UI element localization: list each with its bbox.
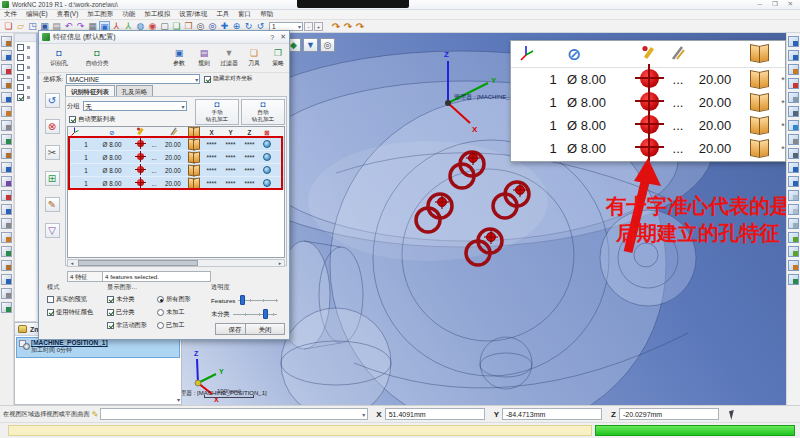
plane-icon[interactable] xyxy=(788,190,799,201)
refresh-features-icon[interactable]: ↺ xyxy=(45,93,60,108)
scroll-thumb[interactable] xyxy=(78,260,198,266)
wireframe-icon[interactable] xyxy=(788,106,799,117)
scroll-right-icon[interactable]: ▸ xyxy=(276,260,284,266)
feature-row[interactable]: 1Ø 8.00 ...20.00 ************ xyxy=(68,164,284,177)
hole-recog-icon[interactable] xyxy=(1,246,12,257)
slider-thumb[interactable] xyxy=(240,295,245,305)
group-select[interactable]: 无 ▾ xyxy=(83,101,187,111)
layer-checkbox[interactable] xyxy=(17,64,24,71)
menu-item[interactable]: 编辑(E) xyxy=(26,10,48,19)
slider-thumb[interactable] xyxy=(263,309,268,319)
workplane-icon[interactable] xyxy=(788,274,799,285)
features-slider[interactable] xyxy=(238,295,278,305)
rules-button[interactable]: ▤ 规则 xyxy=(192,46,216,71)
layer-row[interactable] xyxy=(15,52,37,62)
window-controls[interactable]: ─ ❐ ✕ xyxy=(758,0,798,8)
lathe-icon[interactable] xyxy=(1,120,12,131)
selection-combo[interactable]: ▾ xyxy=(100,408,368,420)
tree-item-machine-position[interactable]: [MACHINE_POSITION_1] 加工时间 0分钟 xyxy=(16,337,180,358)
tree-item-label[interactable]: [MACHINE_POSITION_1] xyxy=(31,339,177,346)
radio-icon[interactable] xyxy=(157,309,164,316)
template-icon[interactable] xyxy=(1,218,12,229)
unmachined-radio[interactable]: 未加工 xyxy=(157,308,191,317)
open-folder-icon[interactable]: ▱ xyxy=(15,21,26,32)
y-value-field[interactable]: -84.4713mm xyxy=(502,408,602,420)
checkbox-icon[interactable] xyxy=(107,296,114,303)
close-dialog-button[interactable]: 关闭 xyxy=(245,323,285,335)
remove-feature-icon[interactable]: ⊗ xyxy=(45,119,60,134)
layer-row[interactable] xyxy=(15,62,37,72)
use-feature-color-checkbox[interactable]: 使用特征颜色 xyxy=(47,308,105,317)
menu-item[interactable]: 窗口 xyxy=(238,10,251,19)
add-feature-icon[interactable]: ⊞ xyxy=(45,171,60,186)
layer-row[interactable] xyxy=(15,82,37,92)
menu-item[interactable]: 查看(V) xyxy=(57,10,79,19)
report-icon[interactable] xyxy=(1,274,12,285)
help-button[interactable]: ? xyxy=(270,34,274,41)
surface-list-icon[interactable] xyxy=(1,50,12,61)
cut-feature-icon[interactable]: ✂ xyxy=(45,145,60,160)
checkbox-icon[interactable] xyxy=(107,322,114,329)
menu-item[interactable]: 加工图形 xyxy=(87,10,113,19)
layer-checkbox[interactable] xyxy=(17,94,24,101)
zoom-plus-button[interactable]: + xyxy=(314,22,323,31)
auto-drill-button[interactable]: ◘ 自动 钻孔加工 xyxy=(241,99,285,125)
chevron-down-icon[interactable]: ▾ xyxy=(298,23,301,30)
probe-icon[interactable] xyxy=(1,134,12,145)
scroll-left-icon[interactable]: ◂ xyxy=(68,260,76,266)
top-view-icon[interactable] xyxy=(788,64,799,75)
chevron-down-icon[interactable]: ▾ xyxy=(195,76,198,83)
zoom-minus-button[interactable]: - xyxy=(304,22,313,31)
feature-row[interactable]: 1Ø 8.00 ...20.00 ************ xyxy=(68,138,284,151)
radio-icon[interactable] xyxy=(157,296,164,303)
feature-row[interactable]: 1Ø 8.00 ...20.00 ************ xyxy=(68,177,284,190)
feature-row[interactable]: 1Ø 8.00 ...20.00 ************ xyxy=(68,151,284,164)
curve-edit-icon[interactable] xyxy=(1,64,12,75)
filter-button[interactable]: ▼ 过滤器 xyxy=(217,46,241,71)
filter-view-button[interactable]: ▼ xyxy=(303,38,318,52)
shaded-view-icon[interactable] xyxy=(788,92,799,103)
checkbox-icon[interactable] xyxy=(204,76,211,83)
front-view-icon[interactable] xyxy=(788,50,799,61)
z-value-field[interactable]: -20.0297mm xyxy=(619,408,719,420)
section-view-icon[interactable] xyxy=(788,134,799,145)
tree-scroll-arrow[interactable]: ▾ xyxy=(177,396,180,403)
manual-drill-button[interactable]: ◘ 手动 钻孔加工 xyxy=(195,99,239,125)
menu-item[interactable]: 设置/体现 xyxy=(179,10,207,19)
machine-sim-icon[interactable] xyxy=(1,176,12,187)
hide-nonaligned-checkbox[interactable]: 隐藏非对齐坐标 xyxy=(204,75,252,83)
layer-checkbox[interactable] xyxy=(17,84,24,91)
close-button[interactable]: ✕ xyxy=(280,33,286,41)
electrode-icon[interactable] xyxy=(1,260,12,271)
menu-item[interactable]: 工具 xyxy=(216,10,229,19)
mesh-icon[interactable] xyxy=(788,204,799,215)
menu-item[interactable]: 文件 xyxy=(4,10,17,19)
import-icon[interactable]: ◳ xyxy=(27,21,38,32)
coordinate-system-select[interactable]: MACHINE ▾ xyxy=(66,74,200,84)
strategy-button[interactable]: ❐ 策略 xyxy=(266,46,290,71)
zoom-window-icon[interactable] xyxy=(788,176,799,187)
magnifier-button[interactable]: ◎ xyxy=(320,38,335,52)
machining-zone-icon[interactable] xyxy=(1,36,12,47)
menu-item[interactable]: 加工模拟 xyxy=(144,10,170,19)
measure-icon[interactable] xyxy=(788,148,799,159)
stock-icon[interactable] xyxy=(1,148,12,159)
drill-icon[interactable] xyxy=(1,106,12,117)
transparency-icon[interactable] xyxy=(788,120,799,131)
params-button[interactable]: ▣ 参数 xyxy=(167,46,191,71)
new-file-icon[interactable]: ❏ xyxy=(3,21,14,32)
holder-icon[interactable] xyxy=(1,162,12,173)
machined-radio[interactable]: 已加工 xyxy=(157,321,191,330)
auto-classify-button[interactable]: ◘ 自动分类 xyxy=(79,46,115,71)
funnel-icon[interactable]: ▽ xyxy=(45,223,60,238)
layer-checkbox[interactable] xyxy=(17,44,24,51)
classified-checkbox[interactable]: 已分类 xyxy=(107,308,157,317)
checkbox-icon[interactable] xyxy=(107,309,114,316)
collision-icon[interactable] xyxy=(1,190,12,201)
tools-button[interactable]: ❏ 刀具 xyxy=(242,46,266,71)
table-hscrollbar[interactable]: ◂ ▸ xyxy=(67,259,285,267)
toolpath-edit-icon[interactable] xyxy=(1,204,12,215)
mill-5axis-icon[interactable] xyxy=(1,92,12,103)
layer-checkbox[interactable] xyxy=(17,54,24,61)
rotate-arc3-icon[interactable]: ↷ xyxy=(354,21,366,32)
